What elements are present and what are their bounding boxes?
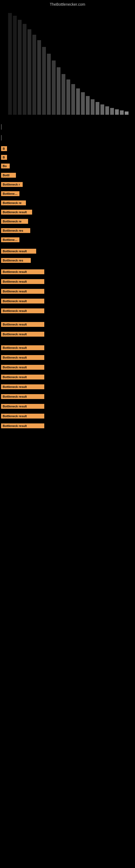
bottleneck-result-label: Bottleneck result (1, 345, 44, 350)
bottleneck-result-label: Bottleneck result (1, 375, 44, 379)
result-row: Bottleneck result (0, 354, 135, 361)
svg-rect-25 (125, 112, 129, 115)
bottleneck-result-label: Bottleneck re (1, 219, 28, 224)
svg-rect-7 (37, 40, 41, 115)
results-section: B B Bo Bottl Bottleneck r Bottleneck Bot… (0, 142, 135, 435)
result-row: Bottleneck result (0, 307, 135, 315)
bottleneck-result-label: Bottleneck (1, 191, 19, 196)
svg-rect-14 (71, 84, 75, 115)
result-row: Bottleneck result (0, 208, 135, 216)
bottleneck-result-label: Bottleneck res (1, 228, 30, 233)
bottleneck-result-label: Bottleneck result (1, 414, 44, 418)
result-row: Bottleneck re (0, 199, 135, 207)
bottleneck-result-label: Bo (1, 163, 10, 168)
svg-rect-5 (28, 29, 31, 115)
bottleneck-result-label: Bottleneck (1, 237, 19, 242)
svg-rect-17 (86, 96, 90, 115)
bottleneck-result-label: Bottleneck r (1, 182, 23, 187)
bottleneck-result-label: Bottleneck result (1, 332, 44, 337)
svg-rect-8 (42, 47, 46, 115)
svg-rect-19 (96, 102, 99, 115)
result-row: Bottleneck res (0, 257, 135, 264)
bottleneck-result-label: Bottleneck res (1, 258, 31, 263)
bar-chart-svg (5, 8, 130, 116)
svg-rect-23 (115, 109, 119, 115)
bottleneck-result-label: Bottleneck result (1, 249, 36, 254)
svg-rect-9 (47, 54, 51, 115)
bottleneck-result-label: Bottleneck result (1, 322, 44, 327)
svg-rect-12 (61, 74, 65, 115)
bottleneck-result-label: Bottleneck result (1, 210, 32, 215)
result-row: Bottleneck (0, 190, 135, 197)
result-row: Bottleneck res (0, 227, 135, 235)
result-row: Bottleneck re (0, 218, 135, 225)
bottleneck-result-label: Bottleneck result (1, 355, 44, 360)
result-row: Bottleneck result (0, 364, 135, 371)
svg-rect-4 (23, 24, 27, 115)
svg-rect-11 (57, 67, 60, 115)
result-row: Bottleneck result (0, 383, 135, 391)
result-row: Bottleneck result (0, 422, 135, 430)
left-border-line-1 (1, 124, 2, 130)
result-row: Bottleneck result (0, 268, 135, 276)
bottleneck-result-label: Bottl (1, 173, 16, 178)
result-row: Bottleneck result (0, 247, 135, 255)
svg-rect-2 (13, 16, 17, 115)
result-row: Bottleneck result (0, 321, 135, 328)
result-row: Bottleneck result (0, 278, 135, 285)
result-row: Bottleneck result (0, 403, 135, 410)
result-row: Bottleneck r (0, 181, 135, 188)
svg-rect-1 (8, 13, 12, 115)
site-title: TheBottlenecker.com (0, 0, 135, 8)
left-border-line-2 (1, 135, 2, 141)
result-row: B (0, 154, 135, 161)
svg-rect-20 (100, 104, 104, 115)
bottleneck-result-label: B (1, 146, 7, 151)
bottleneck-result-label: Bottleneck result (1, 289, 44, 294)
bottleneck-result-label: Bottleneck result (1, 279, 44, 284)
page-container: TheBottlenecker.com (0, 0, 135, 435)
bottleneck-result-label: Bottleneck result (1, 308, 44, 313)
result-row: B (0, 145, 135, 152)
svg-rect-21 (105, 106, 109, 115)
result-row: Bottleneck result (0, 330, 135, 338)
bottleneck-result-label: Bottleneck result (1, 299, 44, 304)
svg-rect-13 (66, 80, 70, 115)
svg-rect-24 (120, 111, 124, 115)
result-row: Bottleneck result (0, 373, 135, 381)
bar-chart-area (0, 8, 135, 124)
bottleneck-result-label: Bottleneck result (1, 384, 44, 389)
result-row: Bottleneck (0, 236, 135, 244)
bottleneck-result-label: Bottleneck result (1, 365, 44, 370)
site-header: TheBottlenecker.com (0, 0, 135, 8)
svg-rect-18 (91, 99, 94, 115)
result-row: Bottleneck result (0, 393, 135, 400)
result-row: Bottleneck result (0, 297, 135, 305)
bottleneck-result-label: Bottleneck result (1, 269, 44, 274)
svg-rect-6 (32, 35, 36, 115)
svg-rect-10 (52, 61, 56, 115)
bottleneck-result-label: Bottleneck result (1, 424, 44, 428)
bottleneck-result-label: Bottleneck result (1, 404, 44, 409)
bottleneck-result-label: Bottleneck result (1, 394, 44, 399)
bottleneck-result-label: B (1, 155, 7, 160)
result-row: Bottl (0, 172, 135, 179)
svg-rect-15 (76, 88, 80, 115)
result-row: Bottleneck result (0, 412, 135, 420)
svg-rect-16 (81, 92, 85, 115)
result-row: Bottleneck result (0, 344, 135, 351)
bottleneck-result-label: Bottleneck re (1, 200, 26, 205)
result-row: Bottleneck result (0, 287, 135, 295)
svg-rect-22 (110, 108, 114, 115)
result-row: Bo (0, 162, 135, 170)
svg-rect-3 (18, 20, 21, 115)
